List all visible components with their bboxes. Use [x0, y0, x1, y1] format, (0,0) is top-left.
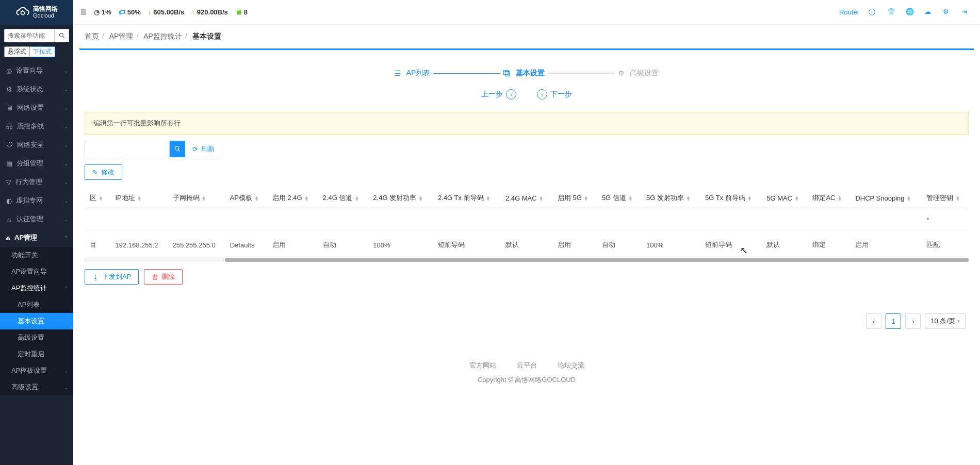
search-icon [174, 145, 181, 153]
step-adv[interactable]: ⚙高级设置 [618, 69, 659, 78]
chevron-down-icon: ⌄ [64, 368, 68, 374]
collapse-icon[interactable]: ☰ [80, 8, 87, 16]
sort-icon: ▲▼ [907, 196, 911, 201]
table-container[interactable]: 区▲▼IP地址▲▼子网掩码▲▼AP模板▲▼启用 2.4G▲▼2.4G 信道▲▼2… [85, 187, 969, 262]
svg-point-2 [175, 146, 178, 150]
col-header[interactable]: 5G Tx 前导码▲▼ [700, 187, 761, 209]
pagination: ‹ 1 › 10 条/页▾ [85, 292, 969, 334]
chevron-down-icon: ⌄ [64, 105, 68, 111]
page-size-select[interactable]: 10 条/页▾ [925, 313, 966, 329]
crumb-home[interactable]: 首页 [85, 32, 99, 40]
sidebar-item-flow[interactable]: 品流控多线⌄ [0, 117, 73, 136]
col-header[interactable]: 5G 发射功率▲▼ [641, 187, 700, 209]
sidebar-item-behavior[interactable]: ▽行为管理⌄ [0, 173, 73, 191]
sidebar-item-security[interactable]: 🛡网络安全⌄ [0, 136, 73, 154]
logout-icon[interactable]: ⇥ [961, 8, 971, 17]
delete-button[interactable]: 🗑删除 [144, 269, 183, 285]
trash-icon: 🗑 [152, 273, 158, 281]
step-basic[interactable]: ⿻基本设置 [503, 69, 545, 78]
mode-drop-btn[interactable]: 下拉式 [30, 46, 55, 57]
chevron-left-icon: ‹ [506, 89, 516, 99]
prev-step-button[interactable]: 上一步‹ [481, 89, 516, 99]
info-icon[interactable]: ⓘ [869, 8, 878, 17]
col-header[interactable]: 启用 2.4G▲▼ [267, 187, 318, 209]
sidebar-item-ap-advanced[interactable]: 高级设置⌄ [0, 379, 73, 395]
pencil-icon: ✎ [92, 169, 98, 176]
crumb-monitor[interactable]: AP监控统计 [143, 32, 182, 40]
compass-icon: ◎ [6, 67, 12, 75]
nodes-icon: 品 [6, 122, 13, 131]
globe-icon[interactable]: 🌐 [906, 8, 915, 17]
page-1[interactable]: 1 [886, 313, 901, 329]
page-prev[interactable]: ‹ [866, 313, 881, 329]
sidebar-item-vpn[interactable]: ◐虚拟专网⌄ [0, 191, 73, 210]
footer-link-cloud[interactable]: 云平台 [517, 361, 537, 370]
edit-button[interactable]: ✎修改 [85, 164, 122, 180]
sidebar-item-basic-settings[interactable]: 基本设置 [0, 313, 73, 329]
badge-icon: ☼ [6, 215, 12, 223]
crumb-ap[interactable]: AP管理 [109, 32, 134, 40]
col-header[interactable]: IP地址▲▼ [110, 187, 167, 209]
col-header[interactable]: AP模板▲▼ [225, 187, 267, 209]
sidebar-item-adv-settings[interactable]: 高级设置 [0, 329, 73, 346]
sidebar-item-ap-wizard[interactable]: AP设置向导 [0, 263, 73, 280]
footer-link-forum[interactable]: 论坛交流 [558, 361, 584, 370]
col-header[interactable]: 启用 5G▲▼ [552, 187, 597, 209]
monitor-icon: 🖥 [6, 104, 13, 112]
sort-icon: ▲▼ [202, 196, 206, 201]
sidebar-item-wizard[interactable]: ◎设置向导⌄ [0, 61, 73, 80]
sort-icon: ▲▼ [486, 196, 491, 201]
deploy-button[interactable]: ⭳下发到AP [85, 269, 139, 285]
horizontal-scrollbar[interactable] [85, 258, 969, 262]
sidebar-item-timed-reboot[interactable]: 定时重启 [0, 346, 73, 362]
sidebar-item-group[interactable]: ▤分组管理⌄ [0, 154, 73, 173]
col-header[interactable]: 2.4G 发射功率▲▼ [368, 187, 433, 209]
step-ap-list[interactable]: ☰AP列表 [395, 69, 431, 78]
menu-search-input[interactable] [4, 29, 55, 42]
col-header[interactable]: 5G MAC▲▼ [761, 187, 807, 209]
page-next[interactable]: › [905, 313, 921, 329]
table-search-button[interactable] [170, 141, 185, 157]
col-header[interactable]: 管理密钥▲▼ [921, 187, 969, 209]
table-search-input[interactable] [85, 141, 170, 157]
col-header[interactable]: 绑定AC▲▼ [807, 187, 850, 209]
brand-en: Gocloud [33, 12, 58, 19]
main-menu: ◎设置向导⌄ ⚙系统状态⌄ 🖥网络设置⌄ 品流控多线⌄ 🛡网络安全⌄ ▤分组管理… [0, 61, 73, 465]
refresh-button[interactable]: ⟳刷新 [185, 141, 222, 157]
sidebar-item-network[interactable]: 🖥网络设置⌄ [0, 98, 73, 117]
sort-icon: ▲▼ [584, 196, 589, 201]
tshirt-icon[interactable]: 👕 [887, 8, 896, 17]
mode-float-btn[interactable]: 悬浮式 [4, 46, 30, 57]
dev-val: 8 [244, 8, 248, 16]
col-header[interactable]: 2.4G 信道▲▼ [318, 187, 368, 209]
footer-link-site[interactable]: 官方网站 [469, 361, 496, 370]
sidebar-item-ap-list[interactable]: AP列表 [0, 296, 73, 313]
sidebar-item-ap-switch[interactable]: 功能开关 [0, 247, 73, 263]
svg-point-1 [59, 33, 63, 37]
main-content: 首页/ AP管理/ AP监控统计/ 基本设置 ☰AP列表 ⿻基本设置 ⚙高级设置… [73, 25, 980, 465]
col-header[interactable]: 2.4G Tx 前导码▲▼ [433, 187, 500, 209]
next-step-button[interactable]: ›下一步 [537, 89, 572, 99]
vpn-icon: ◐ [6, 197, 12, 205]
cloud-sync-icon[interactable]: ☁ [924, 8, 934, 17]
cpu-val: 1% [102, 8, 111, 16]
layers-icon: ▤ [6, 160, 12, 168]
col-header[interactable]: 区▲▼ [85, 187, 110, 209]
col-header[interactable]: 5G 信道▲▼ [597, 187, 641, 209]
sidebar-item-auth[interactable]: ☼认证管理⌄ [0, 210, 73, 228]
sidebar-item-ap-mgmt[interactable]: ஃAP管理⌃ [0, 228, 73, 247]
sidebar-item-ap-template[interactable]: AP模板设置⌄ [0, 362, 73, 379]
footer: 官方网站 云平台 论坛交流 Copyright © 高恪网络GOCLOUD [73, 352, 980, 400]
sidebar-item-ap-monitor[interactable]: AP监控统计⌃ [0, 280, 73, 296]
menu-search-button[interactable] [55, 29, 69, 42]
batch-row[interactable]: * [85, 209, 969, 231]
col-header[interactable]: DHCP Snooping▲▼ [850, 187, 921, 209]
router-link[interactable]: Router [839, 8, 859, 16]
gear-icon[interactable]: ⚙ [943, 8, 952, 17]
search-icon [58, 32, 66, 39]
col-header[interactable]: 子网掩码▲▼ [168, 187, 225, 209]
col-header[interactable]: 2.4G MAC▲▼ [500, 187, 552, 209]
sidebar-item-status[interactable]: ⚙系统状态⌄ [0, 80, 73, 98]
up-val: 920.00B/s [197, 8, 228, 16]
table-row[interactable]: 目 192.168.255.2 255.255.255.0 Defaults 启… [85, 231, 969, 259]
